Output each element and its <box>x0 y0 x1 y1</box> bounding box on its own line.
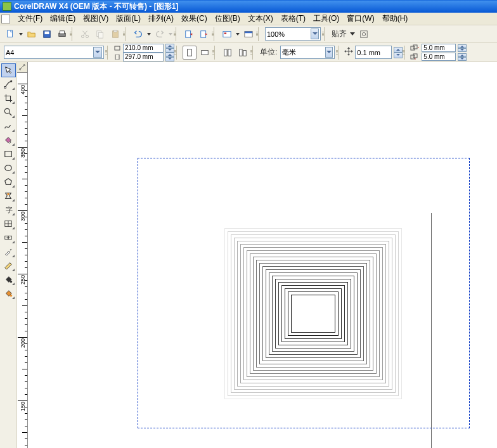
dupy-spinner[interactable] <box>458 53 467 61</box>
svg-rect-4 <box>60 30 65 33</box>
menubar[interactable]: 文件(F) 编辑(E) 视图(V) 版面(L) 排列(A) 效果(C) 位图(B… <box>0 13 497 25</box>
ellipse-tool[interactable] <box>1 161 16 175</box>
open-button[interactable] <box>25 27 39 41</box>
menu-table[interactable]: 表格(T) <box>277 12 309 25</box>
app-launcher-button[interactable] <box>220 27 234 41</box>
width-spinner[interactable] <box>165 44 174 53</box>
paper-width-input[interactable] <box>125 44 162 51</box>
dup-y-input[interactable] <box>423 53 454 60</box>
menu-layout[interactable]: 版面(L) <box>112 12 145 25</box>
dup-x-input[interactable] <box>423 44 454 51</box>
drawing-canvas[interactable] <box>28 73 497 448</box>
import-button[interactable] <box>182 27 196 41</box>
redo-dropdown[interactable] <box>167 33 174 35</box>
paste-button[interactable] <box>108 27 122 41</box>
apply-all-button[interactable] <box>221 46 235 60</box>
undo-dropdown[interactable] <box>146 33 152 35</box>
new-button[interactable] <box>3 27 17 41</box>
freehand-tool[interactable] <box>1 119 16 133</box>
svg-rect-12 <box>201 30 206 37</box>
canvas-area: 350300250200150100500 400350300250200150… <box>17 62 497 448</box>
svg-rect-25 <box>240 49 242 56</box>
svg-rect-24 <box>228 49 231 56</box>
units-input[interactable] <box>282 49 323 56</box>
nudge-input[interactable] <box>357 49 390 56</box>
dupx-spinner[interactable] <box>458 44 467 52</box>
menu-file[interactable]: 文件(F) <box>14 12 46 25</box>
paper-width-field[interactable] <box>123 44 164 53</box>
interactive-tool[interactable] <box>1 231 16 245</box>
menu-text[interactable]: 文本(X) <box>244 12 277 25</box>
ruler-origin[interactable] <box>17 62 28 73</box>
zoom-tool[interactable] <box>1 105 16 119</box>
menu-help[interactable]: 帮助(H) <box>378 12 412 25</box>
app-icon <box>3 2 11 11</box>
smart-fill-tool[interactable] <box>1 133 16 147</box>
svg-rect-23 <box>224 49 227 56</box>
zoom-input[interactable] <box>267 30 309 38</box>
menu-window[interactable]: 窗口(W) <box>343 12 378 25</box>
zoom-drop-btn[interactable] <box>311 29 319 39</box>
zoom-dropdown[interactable] <box>265 27 321 41</box>
paper-size-dropdown[interactable] <box>4 46 104 59</box>
apply-current-button[interactable] <box>236 46 250 60</box>
separator <box>324 27 328 41</box>
polygon-tool[interactable] <box>1 175 16 189</box>
doc-icon[interactable] <box>1 15 10 23</box>
cut-button[interactable] <box>78 27 92 41</box>
welcome-button[interactable] <box>242 27 255 41</box>
nudge-spinner[interactable] <box>394 47 403 58</box>
height-spinner[interactable] <box>165 53 174 61</box>
units-dropdown[interactable] <box>280 46 335 59</box>
crop-tool[interactable] <box>1 91 16 105</box>
svg-rect-11 <box>186 30 191 37</box>
new-dropdown[interactable] <box>18 33 24 35</box>
save-button[interactable] <box>40 27 54 41</box>
dup-x-icon <box>410 44 420 53</box>
shape-tool[interactable] <box>1 77 16 91</box>
menu-bitmap[interactable]: 位图(B) <box>211 12 244 25</box>
export-button[interactable] <box>197 27 211 41</box>
eyedropper-tool[interactable] <box>1 245 16 259</box>
landscape-button[interactable] <box>198 46 212 60</box>
redo-button[interactable] <box>153 27 167 41</box>
svg-rect-34 <box>5 151 12 157</box>
rectangle-tool[interactable] <box>1 147 16 161</box>
dup-y-field[interactable] <box>422 53 456 61</box>
menu-effects[interactable]: 效果(C) <box>178 12 211 25</box>
svg-rect-27 <box>411 46 415 50</box>
paper-size-input[interactable] <box>6 49 92 56</box>
dup-x-field[interactable] <box>422 44 456 52</box>
menu-edit[interactable]: 编辑(E) <box>46 12 79 25</box>
separator <box>214 46 218 60</box>
nudge-field[interactable] <box>355 46 392 59</box>
svg-rect-21 <box>188 49 192 56</box>
undo-button[interactable] <box>131 27 145 41</box>
units-drop-btn[interactable] <box>325 47 333 58</box>
vertical-ruler[interactable]: 400350300250200150100 <box>17 73 28 448</box>
copy-button[interactable] <box>93 27 107 41</box>
text-tool[interactable]: 字 <box>1 203 16 217</box>
window-title: CorelDRAW X4 (OEM 版本 - 不可转售) - [图形1] <box>14 1 178 12</box>
pick-tool[interactable] <box>1 63 16 77</box>
options-button[interactable] <box>357 27 371 41</box>
svg-rect-26 <box>243 50 246 56</box>
snap-dropdown[interactable] <box>349 32 356 35</box>
svg-point-41 <box>10 281 13 283</box>
portrait-button[interactable] <box>183 46 197 60</box>
svg-point-6 <box>86 35 88 37</box>
print-button[interactable] <box>55 27 69 41</box>
menu-view[interactable]: 视图(V) <box>79 12 112 25</box>
svg-rect-19 <box>115 46 120 50</box>
app-launcher-drop[interactable] <box>235 33 241 35</box>
menu-arrange[interactable]: 排列(A) <box>145 12 178 25</box>
paper-height-input[interactable] <box>125 53 162 60</box>
basic-shapes-tool[interactable] <box>1 189 16 203</box>
paper-height-field[interactable] <box>123 53 164 61</box>
outline-tool[interactable] <box>1 259 16 272</box>
menu-tools[interactable]: 工具(O) <box>309 12 343 25</box>
paper-size-drop-btn[interactable] <box>93 47 102 58</box>
interactive-fill-tool[interactable] <box>1 286 16 300</box>
fill-tool[interactable] <box>1 272 16 286</box>
table-tool[interactable] <box>1 217 16 231</box>
